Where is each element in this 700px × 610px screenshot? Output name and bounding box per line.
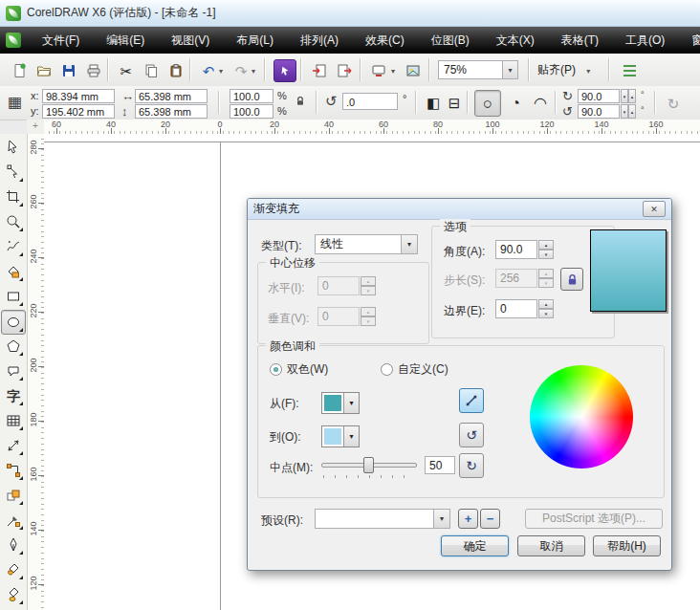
menu-tools[interactable]: 工具(O) [612,29,678,53]
save-button[interactable] [57,59,80,82]
rectangle-tool[interactable] [2,285,25,308]
export-button[interactable] [333,59,356,82]
width-field[interactable]: 65.398 mm [135,89,208,103]
print-button[interactable] [82,59,105,82]
arc-start-spinner[interactable]: ▾▴ [621,89,636,103]
whats-new-button[interactable] [273,59,296,82]
cw-blend-button[interactable]: ↻ [459,453,484,478]
dialog-title-bar[interactable]: 渐变填充 ✕ [248,199,671,220]
cancel-button[interactable]: 取消 [517,535,585,556]
spinner-arrows[interactable]: ▴▾ [538,299,554,318]
cut-button[interactable]: ✂ [115,59,138,82]
menu-text[interactable]: 文本(X) [483,29,548,53]
presets-select[interactable]: ▾ [315,509,450,529]
text-tool[interactable]: 字 [2,384,25,407]
ccw-blend-button[interactable]: ↺ [459,423,484,447]
copy-button[interactable] [140,59,163,82]
edge-value[interactable]: 0 [495,299,537,318]
direct-blend-button[interactable] [459,388,484,413]
redo-dropdown[interactable]: ▾ [247,59,260,82]
edge-spinner[interactable]: 0 ▴▾ [495,299,554,318]
menu-file[interactable]: 文件(F) [29,29,93,53]
menu-edit[interactable]: 编辑(E) [93,29,158,53]
rotation-field[interactable]: .0 [342,93,398,110]
ellipse-tool[interactable] [1,310,26,335]
remove-preset-button[interactable]: − [480,509,500,529]
welcome-screen-button[interactable] [402,59,425,82]
interactive-fill-tool[interactable] [2,583,25,606]
fill-tool[interactable] [2,558,25,581]
type-select[interactable]: 线性 ▾ [315,234,418,254]
import-button[interactable] [308,59,331,82]
lock-ratio-button[interactable] [291,92,310,111]
crop-tool[interactable] [2,185,25,208]
custom-radio-label: 自定义(C) [398,361,448,378]
x-position-field[interactable]: 98.394 mm [42,89,115,103]
blend-tool[interactable] [2,484,25,507]
pick-tool[interactable] [2,136,25,159]
dimension-tool[interactable] [2,434,25,457]
spinner-arrows[interactable]: ▴▾ [538,240,554,259]
standard-toolbar: ✂ ↶ ▾ ↷ ▾ ▾ 75% ▾ [0,54,700,87]
open-button[interactable] [33,59,55,82]
shape-tool[interactable] [2,161,25,184]
help-button[interactable]: 帮助(H) [593,535,661,556]
menu-effects[interactable]: 效果(C) [352,29,418,53]
polygon-tool[interactable] [2,335,25,358]
midpoint-value-field[interactable]: 50 [425,456,455,474]
basic-shapes-tool[interactable] [2,359,25,382]
magnifier-icon [6,214,21,229]
close-button[interactable]: ✕ [643,201,666,217]
new-document-button[interactable] [8,59,31,82]
slider-thumb[interactable] [363,457,374,473]
menu-window[interactable]: 窗口(W) [678,29,700,53]
angle-value[interactable]: 90.0 [495,240,537,259]
freehand-tool[interactable] [2,235,25,258]
two-color-radio[interactable]: 双色(W) [270,361,328,378]
options-button[interactable] [618,59,641,82]
menu-arrange[interactable]: 排列(A) [287,29,352,53]
outline-pen-tool[interactable] [2,534,25,556]
scale-y-field[interactable]: 100.0 [230,104,273,119]
add-preset-button[interactable]: + [458,509,478,529]
smart-fill-tool[interactable] [2,260,25,283]
pie-mode-button[interactable]: ◔ [503,90,528,117]
arc-start-field[interactable]: 90.0 [578,89,620,103]
launcher-dropdown[interactable]: ▾ [386,59,400,82]
from-color-picker[interactable]: ▾ [321,392,360,414]
postscript-options-label: PostScript 选项(P)... [542,512,645,525]
y-position-field[interactable]: 195.402 mm [42,104,115,119]
mirror-vertical-button[interactable]: ⊟ [444,92,465,113]
menu-view[interactable]: 视图(V) [158,29,223,53]
eyedropper-tool[interactable] [2,509,25,532]
midpoint-slider[interactable] [321,456,417,475]
arc-end-field[interactable]: 90.0 [578,104,620,119]
steps-lock-button[interactable] [560,268,583,291]
menu-bitmaps[interactable]: 位图(B) [418,29,483,53]
ok-button[interactable]: 确定 [441,535,509,556]
undo-dropdown[interactable]: ▾ [214,59,228,82]
ellipse-mode-button[interactable]: ○ [474,90,501,117]
scale-x-field[interactable]: 100.0 [230,89,273,103]
menu-table[interactable]: 表格(T) [548,29,612,53]
zoom-level-combo[interactable]: 75% ▾ [438,60,518,79]
zoom-tool[interactable] [2,210,25,233]
options-group: 选项 角度(A): 90.0 ▴▾ 步长(S): 256 ▴▾ 边界(E): 0… [431,226,615,338]
arc-mode-button[interactable]: ◠ [528,90,553,117]
connector-tool[interactable] [2,459,25,482]
close-icon: ✕ [650,205,658,214]
change-direction-button[interactable]: ↻ [662,92,685,115]
menu-layout[interactable]: 布局(L) [223,29,287,53]
paste-button[interactable] [164,59,187,82]
ellipse-icon [6,315,21,330]
angle-spinner[interactable]: 90.0 ▴▾ [495,240,554,259]
custom-radio[interactable]: 自定义(C) [381,361,448,378]
to-color-picker[interactable]: ▾ [321,425,360,447]
height-field[interactable]: 65.398 mm [135,104,208,119]
to-color-swatch [322,426,343,447]
table-tool[interactable] [2,409,25,432]
chevron-down-icon[interactable]: ▾ [502,61,517,78]
arc-end-spinner[interactable]: ▾▴ [621,104,636,119]
mirror-horizontal-button[interactable]: ◧ [423,92,444,113]
snap-to-dropdown[interactable]: 贴齐(P) ▾ [537,62,590,78]
